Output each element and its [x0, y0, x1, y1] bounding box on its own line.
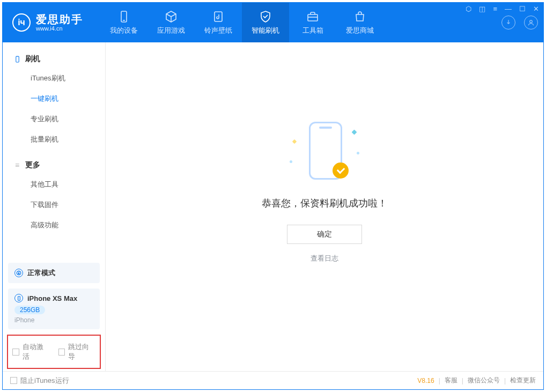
nav-smart-flash[interactable]: 智能刷机	[242, 3, 289, 42]
menu-icon[interactable]: ≡	[492, 4, 498, 14]
sidebar-group-title: 刷机	[25, 54, 40, 64]
sidebar-item-other-tools[interactable]: 其他工具	[3, 174, 105, 195]
nav-label: 工具箱	[302, 26, 323, 35]
nav-ringtones-wallpapers[interactable]: 铃声壁纸	[195, 3, 242, 42]
checkbox-icon	[12, 349, 19, 356]
nav-apps-games[interactable]: 应用游戏	[147, 3, 195, 42]
app-url: www.i4.cn	[36, 25, 83, 32]
mode-panel[interactable]: ⦿ 正常模式	[8, 263, 100, 283]
nav-label: 应用游戏	[157, 26, 185, 35]
device-name: iPhone XS Max	[27, 294, 77, 302]
download-manager-button[interactable]	[501, 16, 515, 29]
block-itunes-checkbox[interactable]: 阻止iTunes运行	[10, 376, 69, 386]
sidebar-group-more: ≡ 更多	[3, 156, 105, 174]
svg-rect-3	[308, 14, 318, 21]
device-storage: 256GB	[14, 306, 45, 314]
view-log-link[interactable]: 查看日志	[311, 254, 338, 263]
sidebar-item-itunes-flash[interactable]: iTunes刷机	[3, 68, 105, 88]
ok-button[interactable]: 确定	[287, 225, 362, 244]
device-type: iPhone	[14, 316, 93, 324]
checkbox-icon	[58, 349, 65, 356]
device-small-icon	[14, 294, 23, 302]
mode-label: 正常模式	[27, 268, 55, 278]
version-label: V8.16	[417, 377, 434, 384]
account-button[interactable]	[524, 16, 538, 29]
sidebar-item-one-click-flash[interactable]: 一键刷机	[3, 88, 105, 109]
nav-label: 铃声壁纸	[204, 26, 232, 35]
music-icon	[211, 10, 225, 24]
sidebar-group-title: 更多	[25, 160, 40, 170]
nav-toolbox[interactable]: 工具箱	[289, 3, 336, 42]
app-name: 爱思助手	[36, 13, 83, 25]
checkbox-icon	[10, 377, 17, 384]
minimize-button[interactable]: —	[504, 4, 513, 14]
success-illustration	[290, 119, 359, 183]
main-content: 恭喜您，保资料刷机成功啦！ 确定 查看日志	[106, 42, 543, 371]
sidebar-item-advanced[interactable]: 高级功能	[3, 215, 105, 235]
phone-icon	[13, 55, 21, 63]
nav-my-device[interactable]: 我的设备	[100, 3, 147, 42]
list-icon: ≡	[13, 161, 21, 169]
nav-label: 智能刷机	[252, 26, 279, 35]
sidebar-group-flash: 刷机	[3, 50, 105, 68]
skip-guide-checkbox[interactable]: 跳过向导	[58, 342, 96, 361]
cube-icon	[164, 10, 178, 24]
svg-rect-2	[215, 12, 222, 21]
auto-activate-checkbox[interactable]: 自动激活	[12, 342, 50, 361]
nav-store[interactable]: 爱思商城	[336, 3, 383, 42]
sidebar-item-download-firmware[interactable]: 下载固件	[3, 195, 105, 215]
feedback-icon[interactable]: ⬡	[464, 4, 473, 14]
svg-rect-7	[18, 296, 20, 300]
close-button[interactable]: ✕	[532, 4, 540, 14]
top-nav: 我的设备 应用游戏 铃声壁纸 智能刷机 工具箱 爱思商城	[100, 3, 383, 42]
sidebar: 刷机 iTunes刷机 一键刷机 专业刷机 批量刷机 ≡ 更多 其他工具 下载固…	[3, 42, 106, 371]
skin-icon[interactable]: ◫	[478, 4, 486, 14]
toolbox-icon	[306, 10, 320, 24]
app-logo: iч 爱思助手 www.i4.cn	[3, 3, 93, 42]
sidebar-item-pro-flash[interactable]: 专业刷机	[3, 109, 105, 129]
shield-icon	[259, 10, 272, 24]
check-update-link[interactable]: 检查更新	[510, 376, 536, 385]
device-panel[interactable]: iPhone XS Max 256GB iPhone	[8, 289, 100, 329]
nav-label: 爱思商城	[346, 26, 374, 35]
wechat-link[interactable]: 微信公众号	[468, 376, 500, 385]
check-badge-icon	[333, 162, 349, 179]
support-link[interactable]: 客服	[445, 376, 458, 385]
mode-icon: ⦿	[14, 269, 23, 277]
checkbox-label: 跳过向导	[68, 342, 95, 361]
checkbox-label: 阻止iTunes运行	[20, 376, 69, 386]
logo-icon: iч	[12, 13, 31, 32]
window-controls: ⬡ ◫ ≡ — ☐ ✕	[464, 4, 540, 14]
success-message: 恭喜您，保资料刷机成功啦！	[262, 197, 387, 210]
flash-options-highlight: 自动激活 跳过向导	[7, 335, 101, 369]
svg-point-5	[530, 20, 533, 23]
titlebar: ⬡ ◫ ≡ — ☐ ✕ iч 爱思助手 www.i4.cn 我的设备 应用游戏	[3, 3, 543, 42]
checkbox-label: 自动激活	[23, 342, 50, 361]
sidebar-item-batch-flash[interactable]: 批量刷机	[3, 129, 105, 150]
svg-rect-6	[16, 56, 18, 62]
status-bar: 阻止iTunes运行 V8.16 | 客服 | 微信公众号 | 检查更新	[3, 371, 543, 389]
device-icon	[117, 10, 131, 24]
bag-icon	[353, 10, 367, 24]
nav-label: 我的设备	[110, 26, 138, 35]
maximize-button[interactable]: ☐	[518, 4, 527, 14]
